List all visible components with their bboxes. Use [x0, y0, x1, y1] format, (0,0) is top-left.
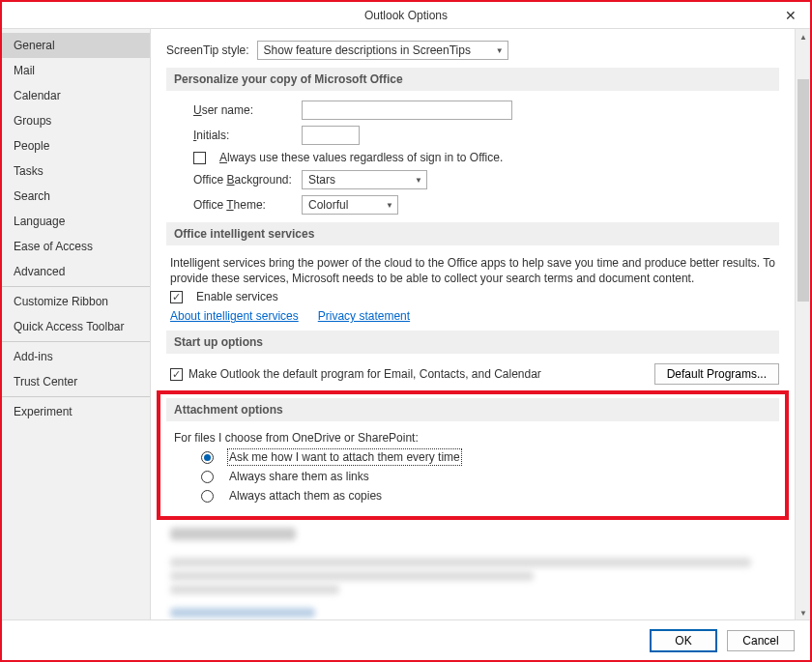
content-wrap: ScreenTip style: Show feature descriptio… [151, 29, 810, 620]
attachment-radio-2[interactable] [201, 490, 214, 503]
section-intelligent: Office intelligent services [166, 222, 779, 245]
screentip-dropdown[interactable]: Show feature descriptions in ScreenTips … [257, 41, 508, 60]
scrollbar[interactable]: ▲ ▼ [795, 29, 810, 620]
sidebar-item-customize-ribbon[interactable]: Customize Ribbon [2, 289, 150, 314]
sidebar-item-quick-access-toolbar[interactable]: Quick Access Toolbar [2, 314, 150, 339]
chevron-down-icon: ▼ [415, 176, 422, 185]
attachment-option-label: Always share them as links [229, 470, 369, 483]
theme-value: Colorful [308, 198, 348, 212]
scroll-thumb[interactable] [798, 79, 809, 302]
section-startup: Start up options [166, 331, 779, 354]
attachment-option-label: Ask me how I want to attach them every t… [229, 450, 460, 464]
theme-label: Office Theme: [193, 198, 294, 212]
close-button[interactable]: ✕ [771, 2, 810, 29]
background-value: Stars [308, 173, 335, 187]
screentip-value: Show feature descriptions in ScreenTips [264, 43, 471, 57]
theme-dropdown[interactable]: Colorful ▼ [302, 195, 398, 215]
always-use-label: Always use these values regardless of si… [219, 151, 503, 164]
attachment-radio-0[interactable] [201, 451, 214, 464]
sidebar-item-trust-center[interactable]: Trust Center [2, 369, 150, 394]
sidebar-item-language[interactable]: Language [2, 209, 150, 234]
sidebar-separator [2, 341, 150, 342]
intelligent-desc: Intelligent services bring the power of … [170, 255, 775, 286]
footer: OK Cancel [2, 619, 810, 660]
section-attachment: Attachment options [166, 398, 779, 421]
title-bar: Outlook Options ✕ [2, 2, 810, 29]
initials-label: Initials: [193, 129, 294, 142]
attachment-desc: For files I choose from OneDrive or Shar… [174, 431, 779, 445]
sidebar-item-ease-of-access[interactable]: Ease of Access [2, 234, 150, 259]
attachment-option-label: Always attach them as copies [229, 489, 382, 503]
sidebar: GeneralMailCalendarGroupsPeopleTasksSear… [2, 29, 151, 620]
background-dropdown[interactable]: Stars ▼ [302, 170, 427, 189]
sidebar-separator [2, 286, 150, 287]
window-title: Outlook Options [364, 9, 448, 22]
ok-button[interactable]: OK [650, 629, 717, 652]
enable-services-checkbox[interactable] [170, 291, 183, 303]
scroll-up-button[interactable]: ▲ [796, 29, 811, 44]
sidebar-item-groups[interactable]: Groups [2, 108, 150, 133]
section-personalize: Personalize your copy of Microsoft Offic… [166, 68, 779, 91]
screentip-label: ScreenTip style: [166, 43, 249, 57]
blurred-section [166, 528, 779, 618]
make-default-label: Make Outlook the default program for Ema… [188, 367, 541, 381]
username-input[interactable] [302, 101, 512, 120]
sidebar-item-mail[interactable]: Mail [2, 58, 150, 83]
make-default-checkbox[interactable] [170, 368, 183, 381]
about-intelligent-link[interactable]: About intelligent services [170, 309, 299, 323]
sidebar-item-general[interactable]: General [2, 33, 150, 58]
sidebar-item-advanced[interactable]: Advanced [2, 259, 150, 284]
privacy-statement-link[interactable]: Privacy statement [318, 309, 410, 323]
sidebar-item-calendar[interactable]: Calendar [2, 83, 150, 108]
screentip-row: ScreenTip style: Show feature descriptio… [166, 41, 779, 60]
background-label: Office Background: [193, 173, 294, 187]
scroll-down-button[interactable]: ▼ [796, 605, 811, 620]
attachment-radio-1[interactable] [201, 471, 214, 483]
initials-input[interactable] [302, 126, 360, 145]
default-programs-button[interactable]: Default Programs... [654, 363, 779, 385]
chevron-down-icon: ▼ [496, 46, 504, 55]
chevron-down-icon: ▼ [386, 201, 393, 210]
scroll-track[interactable] [796, 44, 811, 605]
sidebar-separator [2, 396, 150, 397]
sidebar-item-experiment[interactable]: Experiment [2, 399, 150, 424]
attachment-highlight: Attachment options For files I choose fr… [157, 390, 789, 520]
main-area: GeneralMailCalendarGroupsPeopleTasksSear… [2, 29, 810, 620]
enable-services-label: Enable services [196, 290, 278, 303]
sidebar-item-people[interactable]: People [2, 133, 150, 158]
sidebar-item-tasks[interactable]: Tasks [2, 158, 150, 184]
content: ScreenTip style: Show feature descriptio… [151, 29, 795, 620]
username-label: User name: [193, 103, 294, 117]
sidebar-item-add-ins[interactable]: Add-ins [2, 344, 150, 369]
sidebar-item-search[interactable]: Search [2, 184, 150, 209]
cancel-button[interactable]: Cancel [727, 630, 795, 651]
always-use-checkbox[interactable] [193, 152, 206, 164]
